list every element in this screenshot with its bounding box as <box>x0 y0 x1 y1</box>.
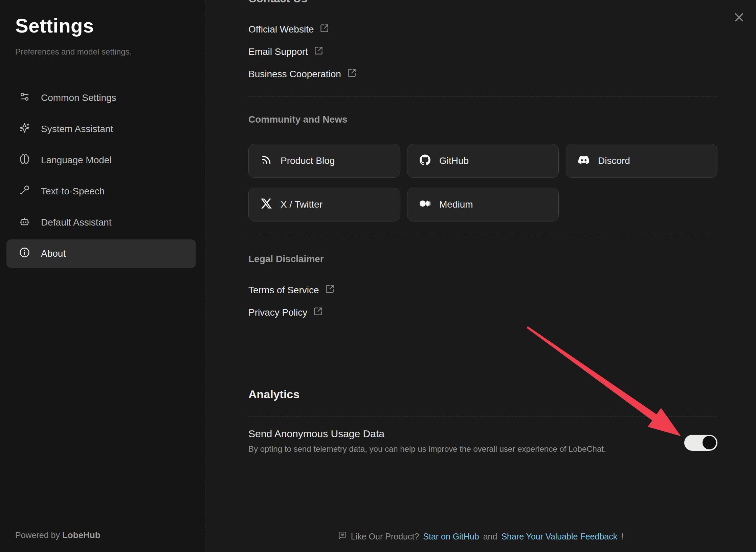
sidebar-item-about[interactable]: About <box>6 239 196 268</box>
link-label: Business Cooperation <box>248 69 341 80</box>
link-label: Official Website <box>248 24 314 35</box>
link-label: Terms of Service <box>248 285 319 296</box>
github-icon <box>420 154 430 168</box>
discord-icon <box>578 154 589 168</box>
sidebar-item-language-model[interactable]: Language Model <box>6 146 196 174</box>
sidebar-item-label: Language Model <box>41 155 112 166</box>
community-buttons: Product Blog GitHub Discord X / Twitter … <box>248 144 717 221</box>
button-label: Medium <box>439 199 473 210</box>
close-button[interactable] <box>733 11 745 23</box>
external-link-icon <box>313 307 323 318</box>
legal-heading: Legal Disclaimer <box>248 253 717 265</box>
button-label: Discord <box>598 155 630 166</box>
share-feedback-link[interactable]: Share Your Valuable Feedback <box>501 532 617 542</box>
page-title: Settings <box>15 14 190 37</box>
github-button[interactable]: GitHub <box>407 144 559 178</box>
link-email-support[interactable]: Email Support <box>248 41 717 63</box>
settings-modal: Settings Preferences and model settings.… <box>0 0 756 552</box>
feedback-footer: Like Our Product? Star on GitHub and Sha… <box>206 531 756 542</box>
external-link-icon <box>320 24 329 35</box>
star-on-github-link[interactable]: Star on GitHub <box>423 532 479 542</box>
footer-text: ! <box>621 532 624 542</box>
telemetry-setting-description: By opting to send telemetry data, you ca… <box>248 444 606 454</box>
button-label: X / Twitter <box>281 199 323 210</box>
about-panel: Contact Us Official Website Email Suppor… <box>206 0 756 552</box>
settings-sidebar: Settings Preferences and model settings.… <box>0 0 205 552</box>
sidebar-item-common-settings[interactable]: Common Settings <box>6 84 196 112</box>
contact-us-heading: Contact Us <box>248 0 717 6</box>
sidebar-item-label: About <box>41 248 66 259</box>
legal-links: Terms of Service Privacy Policy <box>248 279 717 324</box>
external-link-icon <box>325 284 334 296</box>
sliders-icon <box>19 91 30 104</box>
link-official-website[interactable]: Official Website <box>248 18 717 41</box>
section-divider <box>248 417 717 417</box>
medium-icon <box>420 198 430 211</box>
telemetry-setting-text: Send Anonymous Usage Data By opting to s… <box>248 428 606 454</box>
discord-button[interactable]: Discord <box>566 144 717 178</box>
powered-by: Powered by LobeHub <box>15 530 101 540</box>
community-heading: Community and News <box>248 113 717 126</box>
link-label: Email Support <box>248 46 308 57</box>
sidebar-item-default-assistant[interactable]: Default Assistant <box>6 208 196 237</box>
section-divider <box>248 97 717 97</box>
rss-icon <box>261 154 272 168</box>
sparkles-icon <box>19 123 30 135</box>
message-heart-icon <box>338 531 347 542</box>
external-link-icon <box>347 68 356 80</box>
brain-icon <box>19 154 30 167</box>
section-divider <box>248 235 717 235</box>
link-privacy-policy[interactable]: Privacy Policy <box>248 301 717 324</box>
sidebar-nav: Common Settings System Assistant Languag… <box>6 84 196 268</box>
sidebar-item-label: Text-to-Speech <box>41 186 105 197</box>
page-subtitle: Preferences and model settings. <box>15 47 190 57</box>
telemetry-toggle[interactable] <box>684 435 717 451</box>
sidebar-header: Settings Preferences and model settings. <box>0 0 205 57</box>
sidebar-item-system-assistant[interactable]: System Assistant <box>6 115 196 143</box>
sidebar-item-label: System Assistant <box>41 124 113 134</box>
medium-button[interactable]: Medium <box>407 188 559 221</box>
lobehub-brand: LobeHub <box>62 530 101 540</box>
toggle-knob <box>703 436 716 449</box>
link-terms-of-service[interactable]: Terms of Service <box>248 279 717 301</box>
telemetry-setting-row: Send Anonymous Usage Data By opting to s… <box>248 428 717 454</box>
product-blog-button[interactable]: Product Blog <box>248 144 400 178</box>
sidebar-item-label: Default Assistant <box>41 217 112 228</box>
footer-text: and <box>483 532 497 542</box>
telemetry-setting-title: Send Anonymous Usage Data <box>248 428 606 440</box>
footer-text: Like Our Product? <box>351 532 419 542</box>
button-label: Product Blog <box>281 155 335 166</box>
info-icon <box>19 247 30 260</box>
contact-links: Official Website Email Support Business … <box>248 18 717 85</box>
x-twitter-button[interactable]: X / Twitter <box>248 188 400 221</box>
bot-icon <box>19 216 30 229</box>
analytics-heading: Analytics <box>248 387 717 402</box>
button-label: GitHub <box>439 155 469 166</box>
link-label: Privacy Policy <box>248 307 307 318</box>
link-business-cooperation[interactable]: Business Cooperation <box>248 63 717 85</box>
powered-by-text: Powered by <box>15 530 60 540</box>
sidebar-item-label: Common Settings <box>41 92 116 103</box>
x-logo-icon <box>261 198 272 211</box>
external-link-icon <box>314 46 323 58</box>
mic-icon <box>19 185 30 198</box>
sidebar-item-text-to-speech[interactable]: Text-to-Speech <box>6 177 196 206</box>
